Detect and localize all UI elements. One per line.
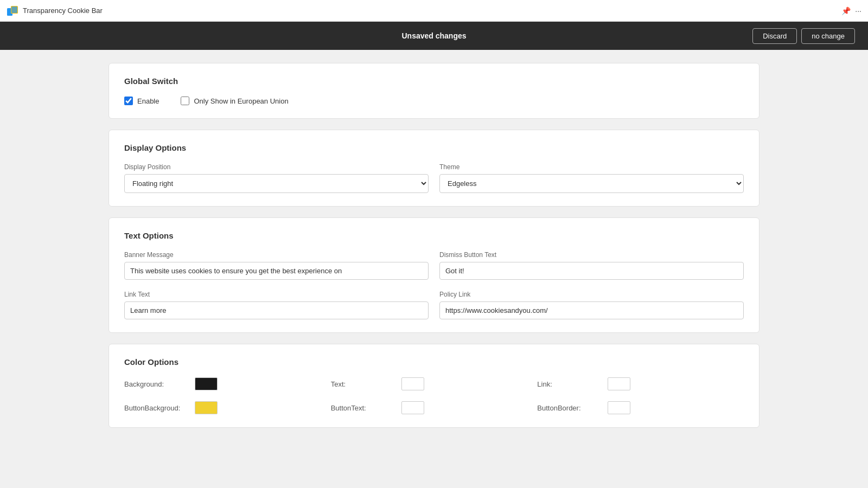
theme-label: Theme — [439, 163, 744, 171]
dismiss-button-label: Dismiss Button Text — [439, 251, 744, 259]
button-border-color-swatch[interactable] — [608, 401, 630, 414]
enable-checkbox[interactable] — [124, 97, 133, 105]
more-options-icon[interactable]: ··· — [855, 7, 861, 15]
position-label: Display Position — [124, 163, 429, 171]
svg-rect-2 — [11, 7, 17, 13]
text-options-title: Text Options — [124, 231, 744, 240]
theme-group: Theme Edgeless Rounded Classic — [439, 163, 744, 193]
color-grid: Background: Text: Link: ButtonBackgroud:… — [124, 377, 744, 414]
link-text-group: Link Text — [124, 291, 429, 319]
unsaved-changes-label: Unsaved changes — [401, 31, 466, 40]
main-content: Global Switch Enable Only Show in Europe… — [0, 50, 868, 441]
discard-button[interactable]: Discard — [752, 28, 797, 44]
global-switch-card: Global Switch Enable Only Show in Europe… — [108, 63, 760, 119]
display-options-card: Display Options Display Position Floatin… — [108, 130, 760, 207]
color-options-title: Color Options — [124, 357, 744, 367]
button-text-color-item: ButtonText: — [331, 401, 538, 414]
global-switch-title: Global Switch — [124, 76, 744, 86]
app-title: Transparency Cookie Bar — [23, 7, 103, 15]
link-text-label: Link Text — [124, 291, 429, 298]
button-border-color-item: ButtonBorder: — [537, 401, 744, 414]
button-text-color-swatch[interactable] — [401, 401, 424, 414]
app-logo: Transparency Cookie Bar — [7, 5, 103, 17]
eu-checkbox[interactable] — [181, 97, 189, 105]
text-options-card: Text Options Banner Message Dismiss Butt… — [108, 217, 760, 333]
theme-select[interactable]: Edgeless Rounded Classic — [439, 174, 744, 193]
eu-label[interactable]: Only Show in European Union — [194, 97, 288, 105]
global-switch-options: Enable Only Show in European Union — [124, 97, 744, 105]
color-options-card: Color Options Background: Text: Link: Bu… — [108, 344, 760, 428]
banner-message-label: Banner Message — [124, 251, 429, 259]
pin-icon[interactable]: 📌 — [841, 7, 851, 15]
button-bg-color-item: ButtonBackgroud: — [124, 401, 331, 414]
eu-checkbox-item: Only Show in European Union — [181, 97, 288, 105]
banner-message-input[interactable] — [124, 262, 429, 280]
display-options-grid: Display Position Floating right Floating… — [124, 163, 744, 193]
text-color-item: Text: — [331, 377, 538, 390]
top-bar-actions: 📌 ··· — [841, 7, 861, 15]
text-options-grid: Banner Message Dismiss Button Text Link … — [124, 251, 744, 319]
no-change-button[interactable]: no change — [801, 28, 855, 44]
display-options-title: Display Options — [124, 143, 744, 152]
unsaved-bar-buttons: Discard no change — [752, 28, 855, 44]
text-color-swatch[interactable] — [401, 377, 424, 390]
enable-label[interactable]: Enable — [137, 97, 159, 105]
banner-message-group: Banner Message — [124, 251, 429, 280]
button-bg-color-label: ButtonBackgroud: — [124, 404, 189, 412]
app-logo-icon — [7, 5, 18, 17]
dismiss-button-input[interactable] — [439, 262, 744, 280]
top-bar: Transparency Cookie Bar 📌 ··· — [0, 0, 868, 22]
background-color-item: Background: — [124, 377, 331, 390]
link-color-label: Link: — [537, 380, 602, 388]
button-text-color-label: ButtonText: — [331, 404, 396, 412]
button-bg-color-swatch[interactable] — [195, 401, 218, 414]
enable-checkbox-item: Enable — [124, 97, 159, 105]
link-color-item: Link: — [537, 377, 744, 390]
policy-link-input[interactable] — [439, 301, 744, 319]
position-group: Display Position Floating right Floating… — [124, 163, 429, 193]
unsaved-changes-bar: Unsaved changes Discard no change — [0, 22, 868, 50]
background-color-swatch[interactable] — [195, 377, 218, 390]
policy-link-label: Policy Link — [439, 291, 744, 298]
text-color-label: Text: — [331, 380, 396, 388]
link-color-swatch[interactable] — [608, 377, 630, 390]
link-text-input[interactable] — [124, 301, 429, 319]
policy-link-group: Policy Link — [439, 291, 744, 319]
background-color-label: Background: — [124, 380, 189, 388]
dismiss-button-group: Dismiss Button Text — [439, 251, 744, 280]
position-select[interactable]: Floating right Floating left Top bar Bot… — [124, 174, 429, 193]
button-border-color-label: ButtonBorder: — [537, 404, 602, 412]
